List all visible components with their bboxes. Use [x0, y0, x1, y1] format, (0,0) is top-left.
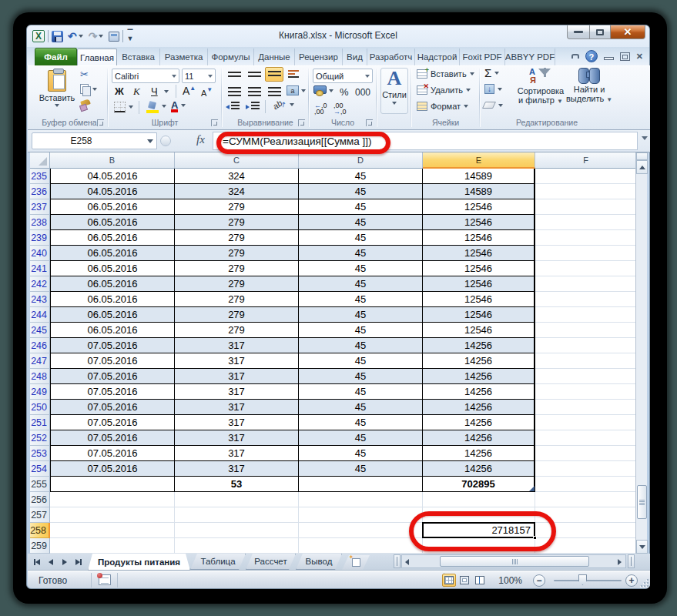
cell-D238[interactable]: 45: [299, 215, 423, 230]
row-header-238[interactable]: 238: [30, 215, 50, 230]
cell-D242[interactable]: 45: [299, 276, 423, 292]
table-resize-handle[interactable]: [529, 486, 535, 491]
bold-button[interactable]: Ж: [115, 85, 124, 97]
cell-C238[interactable]: 279: [175, 215, 299, 230]
cell-B236[interactable]: 04.05.2016: [50, 184, 175, 199]
cell-B242[interactable]: 06.05.2016: [50, 276, 175, 292]
cell-F241[interactable]: [535, 261, 637, 276]
cell-B244[interactable]: 06.05.2016: [50, 307, 175, 323]
zoom-in-button[interactable]: +: [625, 574, 638, 587]
row-header-241[interactable]: 241: [30, 261, 50, 276]
cell-E247[interactable]: 14256: [423, 353, 535, 369]
page-break-view-button[interactable]: [473, 574, 487, 587]
cell-B254[interactable]: 07.05.2016: [50, 461, 175, 477]
cell-B259[interactable]: [50, 538, 175, 554]
cell-F235[interactable]: [535, 169, 637, 184]
cell-B237[interactable]: 06.05.2016: [50, 199, 175, 215]
insert-worksheet-tab[interactable]: [342, 555, 370, 570]
underline-button[interactable]: Ч: [151, 85, 158, 97]
cell-B239[interactable]: 06.05.2016: [50, 230, 175, 246]
merge-center-button[interactable]: [287, 85, 306, 95]
cell-B253[interactable]: 07.05.2016: [50, 446, 175, 461]
normal-view-button[interactable]: [442, 574, 456, 587]
delete-cells-button[interactable]: ✕ Удалить: [417, 85, 471, 95]
cell-B256[interactable]: [50, 492, 175, 507]
sheet-tab-2[interactable]: Таблица: [190, 554, 246, 570]
cell-D255[interactable]: [299, 477, 423, 492]
cut-button[interactable]: ✂: [80, 69, 89, 80]
align-middle-button[interactable]: [245, 68, 263, 82]
cell-B246[interactable]: 07.05.2016: [50, 338, 175, 353]
cell-C245[interactable]: 279: [175, 323, 299, 338]
cell-F242[interactable]: [535, 276, 637, 292]
format-cells-button[interactable]: Формат: [417, 102, 468, 111]
insert-function-icon[interactable]: fx: [196, 133, 205, 146]
dialog-launcher-icon[interactable]: [97, 119, 104, 126]
column-header-D[interactable]: D: [299, 152, 423, 169]
cell-E251[interactable]: 14256: [423, 415, 535, 430]
page-layout-view-button[interactable]: [457, 574, 471, 587]
zoom-slider-thumb[interactable]: [578, 574, 587, 585]
tab-splitter[interactable]: [394, 554, 401, 568]
cell-B252[interactable]: 07.05.2016: [50, 430, 175, 446]
cell-F252[interactable]: [535, 430, 637, 446]
tab-file[interactable]: Файл: [35, 48, 77, 65]
workbook-close-icon[interactable]: ✕: [636, 52, 643, 61]
cell-D257[interactable]: [299, 507, 423, 523]
cell-B238[interactable]: 06.05.2016: [50, 215, 175, 230]
last-sheet-button[interactable]: [72, 555, 85, 568]
borders-button[interactable]: [114, 102, 133, 112]
cell-C252[interactable]: 317: [175, 430, 299, 446]
cell-E250[interactable]: 14256: [423, 400, 535, 415]
cell-C239[interactable]: 279: [175, 230, 299, 246]
increase-decimal-button[interactable]: ←,0,00: [314, 102, 327, 115]
cell-C253[interactable]: 317: [175, 446, 299, 461]
cell-E242[interactable]: 12546: [423, 276, 535, 292]
dialog-launcher-icon[interactable]: [366, 119, 373, 126]
horizontal-scrollbar[interactable]: [401, 554, 626, 568]
cell-F239[interactable]: [535, 230, 637, 246]
scroll-left-icon[interactable]: [405, 559, 409, 565]
cell-E243[interactable]: 12546: [423, 292, 535, 307]
first-sheet-button[interactable]: [30, 555, 43, 568]
cell-B255[interactable]: [50, 477, 175, 492]
cell-F247[interactable]: [535, 353, 637, 369]
cell-E235[interactable]: 14589: [423, 169, 535, 184]
scroll-down-icon[interactable]: [636, 540, 648, 554]
cell-B251[interactable]: 07.05.2016: [50, 415, 175, 430]
cell-B257[interactable]: [50, 507, 175, 523]
cell-F249[interactable]: [535, 384, 637, 400]
clear-button[interactable]: [484, 102, 503, 109]
workbook-minimize-icon[interactable]: [604, 57, 614, 60]
ribbon-tab-6[interactable]: Рецензир: [295, 49, 343, 65]
accounting-format-button[interactable]: [313, 85, 333, 95]
workbook-restore-icon[interactable]: [620, 52, 630, 61]
cell-B235[interactable]: 04.05.2016: [50, 169, 175, 184]
cell-styles-button[interactable]: A Стили: [380, 68, 408, 114]
cell-D252[interactable]: 45: [299, 430, 423, 446]
cell-D259[interactable]: [299, 538, 423, 554]
cell-D250[interactable]: 45: [299, 400, 423, 415]
number-format-combo[interactable]: Общий: [313, 69, 373, 83]
minimize-button[interactable]: [567, 25, 590, 39]
horizontal-scroll-thumb[interactable]: [440, 556, 589, 567]
sheet-tab-active[interactable]: Продукты питания: [88, 554, 190, 571]
row-header-245[interactable]: 245: [30, 323, 50, 338]
decrease-decimal-button[interactable]: ,00→,0: [333, 102, 347, 115]
row-header-253[interactable]: 253: [30, 446, 50, 461]
row-header-255[interactable]: 255: [30, 477, 50, 492]
expand-formula-bar-icon[interactable]: [642, 136, 648, 140]
cell-C255[interactable]: 53: [175, 477, 299, 492]
row-header-254[interactable]: 254: [30, 461, 50, 477]
row-header-242[interactable]: 242: [30, 276, 50, 292]
horizontal-resize-handle[interactable]: [628, 554, 635, 568]
cell-C254[interactable]: 317: [175, 461, 299, 477]
cell-D246[interactable]: 45: [299, 338, 423, 353]
cell-E248[interactable]: 14256: [423, 369, 535, 384]
cell-C243[interactable]: 279: [175, 292, 299, 307]
align-right-button[interactable]: [265, 84, 283, 99]
row-header-243[interactable]: 243: [30, 292, 50, 307]
font-color-button[interactable]: А: [171, 101, 186, 110]
column-header-E[interactable]: E: [423, 152, 535, 169]
cell-D253[interactable]: 45: [299, 446, 423, 461]
